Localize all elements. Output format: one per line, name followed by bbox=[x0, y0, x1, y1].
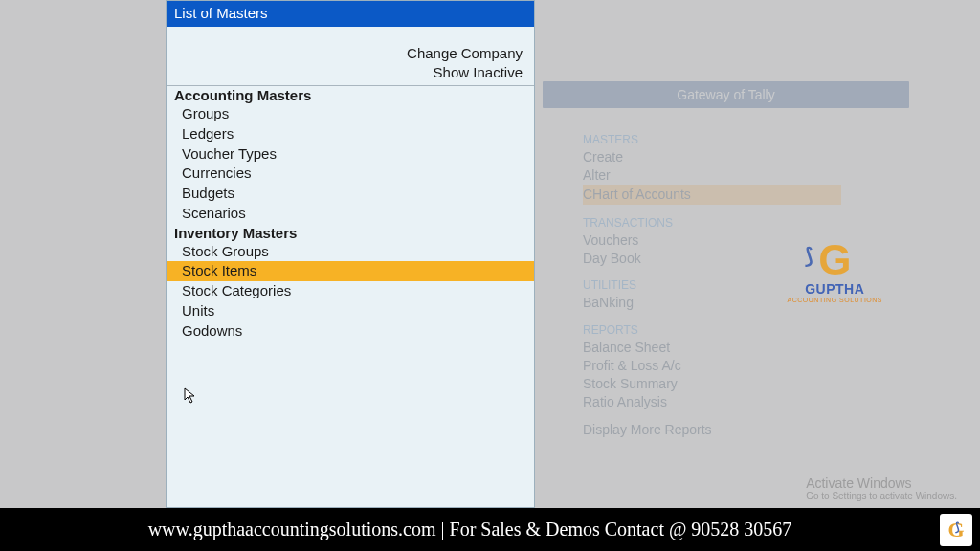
gateway-chart: CHart of Accounts bbox=[583, 185, 841, 205]
item-stock-groups[interactable]: Stock Groups bbox=[167, 242, 534, 262]
gateway-ra: Ratio Analysis bbox=[583, 393, 875, 411]
item-stock-categories[interactable]: Stock Categories bbox=[167, 281, 534, 301]
logo-subtitle: ACCOUNTING SOLUTIONS bbox=[788, 297, 882, 303]
item-budgets[interactable]: Budgets bbox=[167, 184, 534, 204]
item-godowns[interactable]: Godowns bbox=[167, 321, 534, 342]
logo-swoosh-icon: ⟆ bbox=[805, 247, 813, 266]
gateway-pl: Profit & Loss A/c bbox=[583, 357, 875, 375]
brand-logo: G⟆ GUPTHA ACCOUNTING SOLUTIONS bbox=[788, 241, 882, 303]
item-currencies[interactable]: Currencies bbox=[167, 164, 534, 184]
item-stock-items[interactable]: Stock Items bbox=[167, 261, 534, 281]
gateway-ss: Stock Summary bbox=[583, 375, 875, 393]
gateway-cat-masters: MASTERS bbox=[583, 133, 875, 146]
gateway-create: Create bbox=[583, 148, 875, 166]
gateway-header: Gateway of Tally bbox=[543, 81, 909, 108]
footer-logo-badge: G⟆ bbox=[940, 514, 972, 546]
item-scenarios[interactable]: Scenarios bbox=[167, 204, 534, 224]
masters-actions: Change Company Show Inactive bbox=[167, 27, 534, 86]
footer-bar: www.gupthaaccountingsolutions.com | For … bbox=[0, 508, 980, 551]
masters-title: List of Masters bbox=[167, 1, 534, 27]
activate-title: Activate Windows bbox=[806, 475, 957, 491]
show-inactive-link[interactable]: Show Inactive bbox=[174, 63, 523, 82]
item-voucher-types[interactable]: Voucher Types bbox=[167, 144, 534, 165]
gateway-alter: Alter bbox=[583, 166, 875, 185]
change-company-link[interactable]: Change Company bbox=[174, 44, 523, 63]
section-accounting: Accounting Masters bbox=[167, 86, 534, 104]
item-units[interactable]: Units bbox=[167, 301, 534, 321]
section-inventory: Inventory Masters bbox=[167, 224, 534, 242]
gateway-bs: Balance Sheet bbox=[583, 339, 875, 357]
item-ledgers[interactable]: Ledgers bbox=[167, 124, 534, 144]
logo-g-icon: G⟆ bbox=[788, 241, 882, 279]
activate-watermark: Activate Windows Go to Settings to activ… bbox=[806, 475, 957, 501]
footer-text: www.gupthaaccountingsolutions.com | For … bbox=[0, 518, 940, 540]
activate-sub: Go to Settings to activate Windows. bbox=[806, 491, 957, 501]
gateway-more: Display More Reports bbox=[583, 421, 875, 439]
gateway-cat-trans: TRANSACTIONS bbox=[583, 216, 875, 230]
gateway-cat-rep: REPORTS bbox=[583, 323, 875, 337]
item-groups[interactable]: Groups bbox=[167, 104, 534, 124]
masters-panel: List of Masters Change Company Show Inac… bbox=[166, 0, 535, 508]
